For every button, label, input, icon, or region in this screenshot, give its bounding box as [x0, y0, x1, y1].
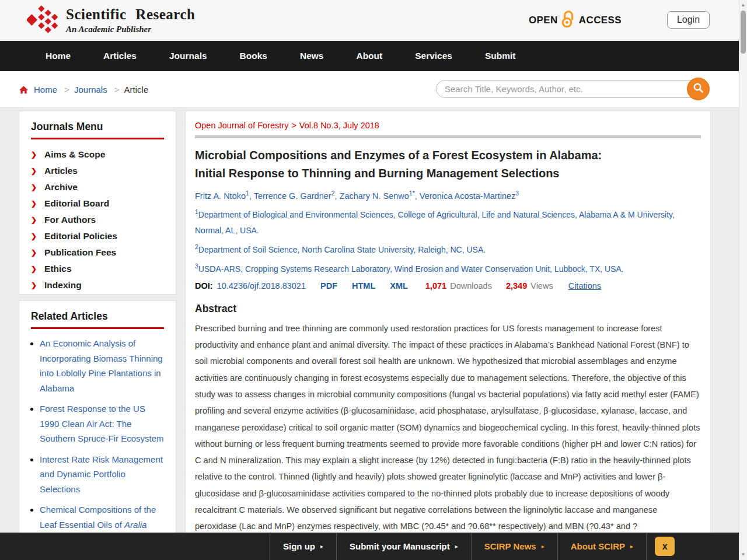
red-rule	[31, 138, 164, 139]
arrow-right-icon: ▸	[455, 543, 458, 550]
doi-link[interactable]: 10.4236/ojf.2018.83021	[217, 281, 306, 290]
bottom-bar-item[interactable]: Submit your Manuscript ▸	[336, 533, 471, 560]
scrollbar-thumb[interactable]	[741, 10, 746, 54]
nav-item[interactable]: News	[284, 51, 340, 61]
file-format-link[interactable]: PDF	[320, 281, 337, 290]
journals-menu-item[interactable]: ❯ Editorial Policies	[31, 228, 164, 244]
search-icon	[692, 82, 705, 96]
chevron-right-icon: ❯	[31, 216, 37, 224]
bottom-bar-link[interactable]: Sign up	[283, 541, 315, 551]
doi-label: DOI:	[195, 281, 213, 290]
site-logo[interactable]: Scientific Research An Academic Publishe…	[27, 4, 195, 37]
logo-text: Scientific Research An Academic Publishe…	[66, 6, 195, 34]
bottom-bar-link[interactable]: About SCIRP	[571, 541, 625, 551]
author-link[interactable]: Fritz A. Ntoko	[195, 191, 246, 201]
journals-menu-item[interactable]: ❯ Ethics	[31, 261, 164, 277]
journals-menu-item[interactable]: ❯ For Authors	[31, 212, 164, 228]
journal-breadcrumb-separator: >	[288, 121, 299, 130]
author: Veronica Acosta-Martinez3	[420, 191, 519, 201]
bottom-bar-link[interactable]: Submit your Manuscript	[350, 541, 450, 551]
journals-menu-link[interactable]: Archive	[44, 182, 78, 192]
logo-diamonds-icon	[27, 4, 60, 37]
journals-menu-list: ❯ Aims & Scope ❯ Articles ❯ Archive ❯ Ed…	[31, 146, 164, 293]
views-count: 2,349	[506, 281, 527, 290]
bottom-bar-link[interactable]: SCIRP News	[484, 541, 536, 551]
related-article-link[interactable]: Interest Rate Risk Management and Dynami…	[40, 454, 163, 494]
breadcrumb-link[interactable]: Home	[34, 85, 57, 94]
journals-menu-item[interactable]: ❯ Indexing	[31, 277, 164, 293]
author: Fritz A. Ntoko1,	[195, 191, 254, 201]
logo-title: Scientific Research	[66, 6, 195, 23]
breadcrumb-bar: Home > Journals > Article	[0, 71, 739, 108]
chevron-right-icon: ❯	[31, 183, 37, 191]
author-link[interactable]: Terrence G. Gardner	[254, 191, 331, 201]
scroll-down-icon[interactable]: ▼	[739, 552, 747, 558]
journals-menu-link[interactable]: Indexing	[44, 280, 82, 290]
affiliation-text: USDA-ARS, Cropping Systems Research Labo…	[198, 264, 624, 274]
downloads-label: Downloads	[450, 281, 492, 290]
related-article-item: Forest Response to the US 1990 Clean Air…	[40, 401, 164, 446]
related-article-link[interactable]: An Economic Analysis of Incorporating Bi…	[40, 338, 163, 393]
journals-menu-link[interactable]: Editorial Board	[44, 198, 109, 209]
arrow-right-icon: ▸	[320, 543, 323, 550]
breadcrumb-separator: >	[60, 85, 74, 94]
related-articles-panel: Related Articles An Economic Analysis of…	[19, 300, 176, 552]
nav-item[interactable]: About	[340, 51, 399, 61]
search-input[interactable]	[436, 80, 709, 98]
search-button[interactable]	[687, 78, 710, 100]
nav-item[interactable]: Books	[224, 51, 284, 61]
related-article-link[interactable]: Forest Response to the US 1990 Clean Air…	[40, 404, 164, 443]
journal-breadcrumb: Open Journal of Forestry>Vol.8 No.3, Jul…	[195, 121, 701, 130]
journals-menu-item[interactable]: ❯ Publication Fees	[31, 244, 164, 261]
home-icon[interactable]	[19, 85, 29, 94]
open-access-badge: OPEN ACCESS	[529, 10, 622, 31]
related-articles-title: Related Articles	[31, 310, 164, 323]
article-panel: Open Journal of Forestry>Vol.8 No.3, Jul…	[185, 111, 711, 553]
journals-menu-item[interactable]: ❯ Archive	[31, 179, 164, 195]
vertical-scrollbar[interactable]: ▲ ▼	[739, 0, 747, 560]
journals-menu-item[interactable]: ❯ Editorial Board	[31, 195, 164, 212]
chevron-right-icon: ❯	[31, 265, 37, 273]
author-link[interactable]: Veronica Acosta-Martinez	[420, 191, 515, 201]
journals-menu-link[interactable]: Ethics	[44, 264, 72, 274]
journals-menu-link[interactable]: Editorial Policies	[44, 231, 117, 242]
nav-item[interactable]: Submit	[469, 51, 532, 61]
journals-menu-item[interactable]: ❯ Aims & Scope	[31, 146, 164, 163]
breadcrumb: Home > Journals > Article	[19, 85, 148, 94]
nav-item[interactable]: Journals	[153, 51, 224, 61]
file-format-link[interactable]: XML	[390, 281, 408, 290]
journals-menu-link[interactable]: Aims & Scope	[44, 149, 105, 160]
journals-menu-link[interactable]: For Authors	[44, 215, 96, 225]
scroll-up-icon[interactable]: ▲	[739, 2, 747, 8]
nav-item[interactable]: Home	[29, 51, 87, 61]
close-button[interactable]: x	[655, 537, 675, 556]
journals-menu-panel: Journals Menu ❯ Aims & Scope ❯ Articles …	[19, 111, 176, 295]
bottom-bar-item[interactable]: About SCIRP ▸	[557, 533, 647, 560]
bottom-bar-item[interactable]: SCIRP News ▸	[471, 533, 557, 560]
open-access-access-label: ACCESS	[579, 15, 622, 26]
bottom-bar-item[interactable]: Sign up ▸	[270, 533, 336, 560]
chevron-right-icon: ❯	[31, 281, 37, 289]
file-format-link[interactable]: HTML	[352, 281, 375, 290]
nav-item[interactable]: Services	[399, 51, 469, 61]
citations-link[interactable]: Citations	[568, 281, 601, 290]
journals-menu-item[interactable]: ❯ Articles	[31, 163, 164, 179]
journals-menu-link[interactable]: Articles	[44, 166, 78, 176]
affiliation-text: Department of Biological and Environment…	[195, 209, 675, 235]
breadcrumb-link[interactable]: Journals	[74, 85, 107, 94]
nav-item[interactable]: Articles	[87, 51, 153, 61]
journals-menu-link[interactable]: Publication Fees	[44, 247, 116, 258]
login-button[interactable]: Login	[667, 11, 710, 29]
search-box	[436, 80, 709, 98]
affiliation: 3USDA-ARS, Cropping Systems Research Lab…	[195, 258, 701, 277]
breadcrumb-group: Home >	[34, 85, 74, 94]
issue-link[interactable]: Vol.8 No.3, July 2018	[299, 121, 379, 130]
arrow-right-icon: ▸	[630, 543, 633, 550]
journal-link[interactable]: Open Journal of Forestry	[195, 121, 288, 130]
affiliation-text: Department of Soil Science, North Caroli…	[198, 245, 486, 254]
breadcrumb-separator: >	[110, 85, 124, 94]
arrow-right-icon: ▸	[542, 543, 544, 550]
author-link[interactable]: Zachary N. Senwo	[340, 191, 409, 201]
breadcrumb-group: Journals >	[74, 85, 124, 94]
breadcrumb-link: Article	[124, 85, 149, 94]
